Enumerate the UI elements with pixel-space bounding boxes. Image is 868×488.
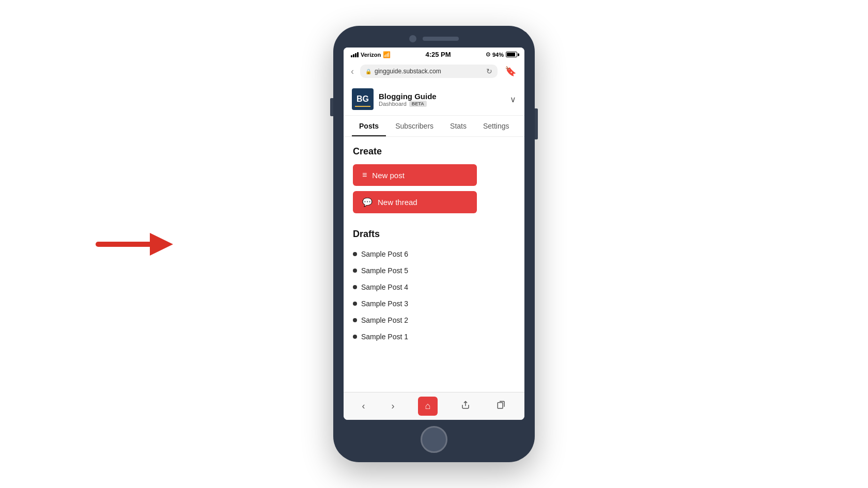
bookmark-button[interactable]: 🔖 [502,64,519,79]
share-icon [461,400,470,410]
list-item[interactable]: Sample Post 1 [353,328,515,345]
speaker-bar [423,37,459,41]
draft-item-label: Sample Post 5 [361,266,408,275]
status-time: 4:25 PM [425,51,451,58]
power-button [535,108,538,139]
new-thread-label: New thread [378,198,417,207]
draft-item-label: Sample Post 4 [361,283,408,291]
signal-bars [351,52,359,57]
drafts-title: Drafts [353,229,515,240]
list-item[interactable]: Sample Post 4 [353,279,515,295]
signal-bar-4 [357,52,359,57]
draft-item-label: Sample Post 1 [361,333,408,341]
carrier-label: Verizon [361,52,381,58]
list-item[interactable]: Sample Post 3 [353,295,515,312]
status-bar: Verizon 📶 4:25 PM ⊙ 94% [344,48,524,61]
drafts-section: Drafts Sample Post 6 Sample Post 5 Sampl… [344,223,524,350]
signal-bar-2 [353,54,354,57]
site-logo: BG Blogging Guide Dashboard BETA [352,88,437,110]
phone-notch [333,35,535,42]
lock-icon: 🔒 [365,69,371,74]
new-post-label: New post [372,171,405,180]
tab-subscribers[interactable]: Subscribers [388,116,441,136]
bullet-icon [353,252,357,256]
arrow-indicator [93,224,176,265]
browser-home-wrapper: ⌂ [418,397,438,416]
new-thread-icon: 💬 [362,197,373,207]
battery-fill [507,53,515,56]
bullet-icon [353,318,357,322]
site-subtitle: Dashboard BETA [379,101,437,107]
tabs-icon [497,400,506,410]
page-content: BG Blogging Guide Dashboard BETA ∨ Posts [344,81,524,392]
signal-bar-1 [351,55,352,57]
browser-forward-nav-button[interactable]: › [389,399,398,414]
reload-button[interactable]: ↻ [486,67,492,75]
browser-share-button[interactable] [458,398,473,414]
site-name: Blogging Guide [379,92,437,101]
site-header: BG Blogging Guide Dashboard BETA ∨ [344,81,524,116]
phone-frame: Verizon 📶 4:25 PM ⊙ 94% ‹ 🔒 gingguide.su… [333,26,535,462]
battery-percent: 94% [492,52,504,58]
svg-rect-2 [498,403,503,408]
bullet-icon [353,335,357,339]
dashboard-label: Dashboard [379,101,407,107]
browser-back-nav-button[interactable]: ‹ [359,399,368,414]
svg-marker-1 [150,233,173,256]
status-left: Verizon 📶 [351,51,391,58]
bullet-icon [353,302,357,306]
list-item[interactable]: Sample Post 2 [353,312,515,328]
new-post-icon: ≡ [362,170,367,180]
new-post-button[interactable]: ≡ New post [353,164,477,186]
list-item[interactable]: Sample Post 6 [353,246,515,262]
nav-tabs: Posts Subscribers Stats Settings [344,116,524,137]
create-section: Create ≡ New post 💬 New thread [344,137,524,223]
browser-back-button[interactable]: ‹ [349,65,356,78]
volume-button [330,98,333,116]
draft-item-label: Sample Post 2 [361,316,408,324]
bullet-icon [353,269,357,273]
tab-settings[interactable]: Settings [476,116,517,136]
phone-screen: Verizon 📶 4:25 PM ⊙ 94% ‹ 🔒 gingguide.su… [344,48,524,420]
tab-stats[interactable]: Stats [443,116,474,136]
new-thread-button[interactable]: 💬 New thread [353,191,477,213]
wifi-icon: 📶 [383,51,391,58]
status-right: ⊙ 94% [486,51,517,58]
arrow-icon [93,224,176,265]
tab-posts[interactable]: Posts [352,116,386,136]
address-bar-row: ‹ 🔒 gingguide.substack.com ↻ 🔖 [344,61,524,81]
beta-badge: BETA [409,101,427,107]
browser-tabs-button[interactable] [493,398,509,414]
draft-item-label: Sample Post 3 [361,300,408,308]
phone-home-button[interactable] [421,426,447,453]
chevron-down-icon[interactable]: ∨ [510,95,516,104]
list-item[interactable]: Sample Post 5 [353,262,515,279]
url-text: gingguide.substack.com [375,68,441,75]
camera-dot [409,35,416,42]
logo-initials: BG [357,95,369,104]
draft-item-label: Sample Post 6 [361,250,408,258]
browser-home-button[interactable]: ⌂ [422,399,434,414]
location-icon: ⊙ [486,51,490,58]
site-info: Blogging Guide Dashboard BETA [379,92,437,107]
create-title: Create [353,146,515,157]
signal-bar-3 [355,53,357,57]
logo-underline [355,106,370,107]
logo-box: BG [352,88,374,110]
browser-bottom-bar: ‹ › ⌂ [344,392,524,420]
address-bar[interactable]: 🔒 gingguide.substack.com ↻ [360,65,498,78]
bullet-icon [353,285,357,289]
battery-icon [506,52,517,57]
